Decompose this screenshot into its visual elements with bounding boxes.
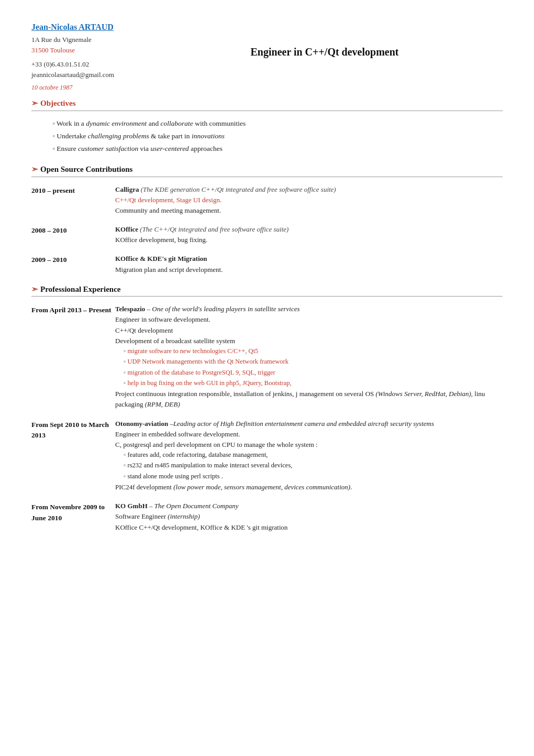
- table-row: 2009 – 2010 KOffice & KDE's git Migratio…: [31, 254, 503, 275]
- col-date: From April 2013 – Present: [31, 304, 115, 315]
- col-date: From Novembre 2009 to June 2010: [31, 501, 115, 523]
- entry-line-1: Engineer in software development.: [115, 315, 210, 323]
- entry-normal-line: Community and meeting management.: [115, 206, 221, 214]
- entry-subtitle: (The KDE generation C++/Qt integrated an…: [141, 185, 336, 193]
- entry-line-2: C, postgresql and perl development on CP…: [115, 441, 318, 448]
- objectives-item-2: Undertake challenging problems & take pa…: [52, 131, 503, 141]
- objectives-header: ➣ Objectives: [31, 97, 503, 109]
- col-content: KO GmbH – The Open Document Company Soft…: [115, 501, 503, 532]
- col-date: 2008 – 2010: [31, 224, 115, 236]
- professional-arrow: ➣: [31, 283, 38, 295]
- col-date: 2009 – 2010: [31, 254, 115, 265]
- table-row: From Novembre 2009 to June 2010 KO GmbH …: [31, 501, 503, 532]
- entry-title: KO GmbH: [115, 502, 148, 510]
- table-row: From Sept 2010 to March 2013 Otonomy-avi…: [31, 419, 503, 493]
- entry-title: KOffice & KDE's git Migration: [115, 255, 207, 262]
- col-content: Otonomy-aviation –Leading actor of High …: [115, 419, 503, 493]
- objectives-list: Work in a dynamic environment and collab…: [52, 118, 503, 155]
- list-item: UDP Network managements with the Qt Netw…: [124, 357, 503, 367]
- header: Jean-Nicolas ARTAUD 1A Rue du Vignemale …: [31, 21, 503, 92]
- page-title: Engineer in C++/Qt development: [147, 44, 503, 60]
- entry-subtitle-italic: – One of the world's leading players in …: [145, 305, 299, 313]
- list-item: help in bug fixing on the web GUI in php…: [124, 378, 503, 388]
- title-block: Engineer in C++/Qt development: [147, 21, 503, 68]
- entry-title: Otonomy-aviation: [115, 420, 168, 428]
- list-item: migrate software to new technologies C/C…: [124, 346, 503, 356]
- objectives-section: ➣ Objectives Work in a dynamic environme…: [31, 97, 503, 154]
- entry-title: KOffice: [115, 225, 138, 233]
- sub-list: features add, code refactoring, database…: [124, 450, 503, 481]
- professional-section: ➣ Professional Experience From April 201…: [31, 283, 503, 533]
- header-left: Jean-Nicolas ARTAUD 1A Rue du Vignemale …: [31, 21, 147, 92]
- address-line1: 1A Rue du Vignemale: [31, 35, 147, 45]
- entry-line-1: Software Engineer (internship): [115, 512, 200, 520]
- entry-title: Calligra: [115, 185, 139, 193]
- professional-entries: From April 2013 – Present Telespazio – O…: [31, 304, 503, 532]
- col-date: From Sept 2010 to March 2013: [31, 419, 115, 441]
- email: jeannicolasartaud@gmail.com: [31, 70, 147, 80]
- professional-title: Professional Experience: [40, 283, 120, 295]
- table-row: 2010 – present Calligra (The KDE generat…: [31, 184, 503, 216]
- col-content: Calligra (The KDE generation C++/Qt inte…: [115, 184, 503, 216]
- list-item: stand alone mode using perl scripts .: [124, 472, 503, 481]
- entry-after-lines: Project continuous integration responsib…: [115, 390, 485, 408]
- col-content: Telespazio – One of the world's leading …: [115, 304, 503, 410]
- contact-info: +33 (0)6.43.01.51.02 jeannicolasartaud@g…: [31, 59, 147, 80]
- entry-normal-line: Migration plan and script development.: [115, 266, 222, 273]
- open-source-title: Open Source Contributions: [40, 163, 132, 176]
- list-item: migration of the database to PostgreSQL …: [124, 368, 503, 378]
- dob: 10 octobre 1987: [31, 83, 147, 92]
- list-item: features add, code refactoring, database…: [124, 450, 503, 460]
- entry-title: Telespazio: [115, 305, 145, 313]
- table-row: From April 2013 – Present Telespazio – O…: [31, 304, 503, 410]
- objectives-title: Objectives: [40, 97, 75, 109]
- entry-subtitle: (The C++/Qt integrated and free software…: [140, 225, 288, 233]
- table-row: 2008 – 2010 KOffice (The C++/Qt integrat…: [31, 224, 503, 245]
- sub-list: migrate software to new technologies C/C…: [124, 346, 503, 389]
- col-content: KOffice (The C++/Qt integrated and free …: [115, 224, 503, 245]
- objectives-divider: [31, 111, 503, 111]
- entry-line-2: KOffice C++/Qt development, KOffice & KD…: [115, 523, 288, 531]
- col-date: 2010 – present: [31, 184, 115, 196]
- entry-line-2: C++/Qt development: [115, 326, 173, 334]
- open-source-section: ➣ Open Source Contributions 2010 – prese…: [31, 163, 503, 275]
- phone: +33 (0)6.43.01.51.02: [31, 59, 147, 70]
- entry-subtitle-italic: – The Open Document Company: [148, 502, 239, 510]
- entry-red-line: C++/Qt development, Stage UI design.: [115, 196, 221, 204]
- entry-after-lines: PIC24f development (low power mode, sens…: [115, 483, 352, 491]
- open-source-entries: 2010 – present Calligra (The KDE generat…: [31, 184, 503, 275]
- entry-subtitle-italic: –Leading actor of High Definition entert…: [168, 420, 434, 428]
- objectives-item-1: Work in a dynamic environment and collab…: [52, 118, 503, 129]
- professional-header: ➣ Professional Experience: [31, 283, 503, 295]
- open-source-arrow: ➣: [31, 163, 38, 176]
- entry-normal-line: KOffice development, bug fixing.: [115, 236, 207, 244]
- person-name: Jean-Nicolas ARTAUD: [31, 21, 147, 34]
- col-content: KOffice & KDE's git Migration Migration …: [115, 254, 503, 275]
- objectives-item-3: Ensure customer satisfaction via user-ce…: [52, 144, 503, 154]
- entry-line-3: Development of a broadcast satellite sys…: [115, 337, 235, 345]
- professional-divider: [31, 296, 503, 297]
- open-source-header: ➣ Open Source Contributions: [31, 163, 503, 176]
- list-item: rs232 and rs485 manipulation to make int…: [124, 461, 503, 470]
- open-source-divider: [31, 177, 503, 177]
- entry-line-1: Engineer in embedded software developmen…: [115, 430, 240, 438]
- objectives-arrow: ➣: [31, 97, 38, 109]
- address-line2: 31500 Toulouse: [31, 45, 147, 56]
